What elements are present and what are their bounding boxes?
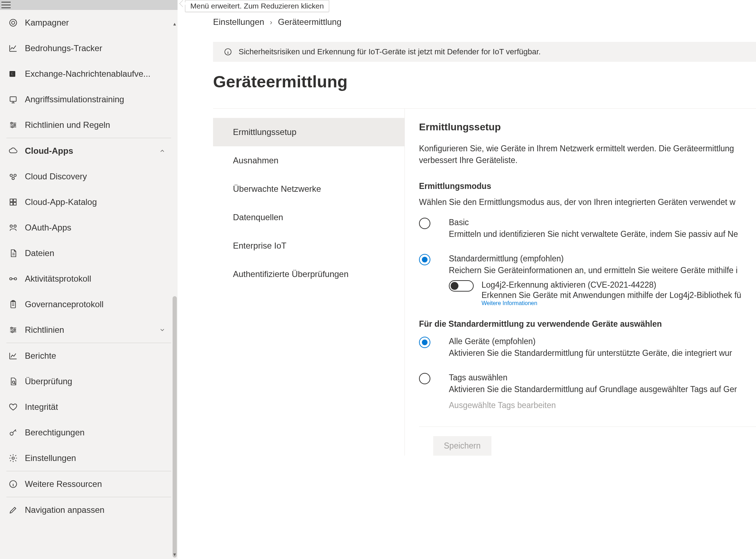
settings-panel: Ermittlungssetup Konfigurieren Sie, wie … <box>405 109 756 456</box>
sidebar-item-label: Cloud-App-Katalog <box>25 197 97 207</box>
sidebar-item-label: Berichte <box>25 351 56 361</box>
clipboard-icon <box>6 300 20 309</box>
sidebar-item-dateien[interactable]: Dateien <box>0 240 178 266</box>
sidebar-scrollbar[interactable]: ▴ ▾ <box>172 10 178 559</box>
svg-point-6 <box>14 124 15 126</box>
exchange-icon: E <box>6 69 20 78</box>
sidebar-item-label: Navigation anpassen <box>25 505 104 515</box>
radio-all-devices[interactable] <box>419 337 430 348</box>
sidebar-item-cloud-app-katalog[interactable]: Cloud-App-Katalog <box>0 189 178 215</box>
cloud-icon <box>6 146 20 156</box>
radio-basic-title: Basic <box>449 218 738 227</box>
sidebar-item-richtlinien-regeln[interactable]: Richtlinien und Regeln <box>0 112 178 138</box>
file-icon <box>6 249 20 258</box>
sidebar-item-label: Exchange-Nachrichtenablaufve... <box>25 69 151 79</box>
tab-ausnahmen[interactable]: Ausnahmen <box>213 146 404 175</box>
scroll-down-arrow-icon[interactable]: ▾ <box>172 551 178 557</box>
info-icon <box>224 48 232 56</box>
sidebar-item-integritaet[interactable]: Integrität <box>0 394 178 420</box>
info-banner-text: Sicherheitsrisiken und Erkennung für IoT… <box>239 47 541 56</box>
sidebar-item-label: Überprüfung <box>25 376 72 386</box>
sidebar-item-navigation-anpassen[interactable]: Navigation anpassen <box>0 497 178 523</box>
sliders-icon <box>6 120 20 130</box>
panel-description: Konfigurieren Sie, wie Geräte in Ihrem N… <box>419 143 756 167</box>
radio-tags-desc: Aktivieren Sie die Standardermittlung au… <box>449 385 737 394</box>
radio-standard[interactable] <box>419 254 430 265</box>
svg-rect-13 <box>10 202 13 205</box>
svg-point-22 <box>14 329 15 331</box>
sidebar-item-berechtigungen[interactable]: Berechtigungen <box>0 420 178 445</box>
svg-point-17 <box>10 278 12 280</box>
breadcrumb-settings[interactable]: Einstellungen <box>213 17 264 27</box>
link-more-info[interactable]: Weitere Informationen <box>482 300 741 306</box>
tab-auth-ueberpruefungen[interactable]: Authentifizierte Überprüfungen <box>213 260 404 288</box>
sidebar-item-weitere-ressourcen[interactable]: Weitere Ressourcen <box>0 471 178 497</box>
sidebar-item-aktivitaetslog[interactable]: Aktivitätsprotokoll <box>0 266 178 292</box>
sidebar-item-oauth-apps[interactable]: OAuth-Apps <box>0 215 178 240</box>
svg-point-9 <box>14 174 16 177</box>
svg-point-7 <box>12 126 13 127</box>
sliders-icon <box>6 325 20 335</box>
breadcrumb: Einstellungen › Geräteermittlung <box>213 17 756 27</box>
info-icon <box>6 479 20 489</box>
edit-icon <box>6 505 20 515</box>
sidebar-item-label: Richtlinien <box>25 325 64 335</box>
page-title: Geräteermittlung <box>213 72 756 91</box>
sidebar-item-angriffssimulation[interactable]: Angriffssimulationstraining <box>0 87 178 112</box>
sidebar-item-label: Weitere Ressourcen <box>25 479 102 489</box>
sidebar-item-label: Einstellungen <box>25 453 76 463</box>
heart-icon <box>6 402 20 412</box>
chevron-right-icon: › <box>270 18 272 26</box>
sidebar-group-cloud-apps[interactable]: Cloud-Apps <box>0 138 178 164</box>
sidebar-item-berichte[interactable]: Berichte <box>0 343 178 369</box>
sidebar-item-einstellungen[interactable]: Einstellungen <box>0 445 178 471</box>
chevron-down-icon <box>159 327 165 333</box>
svg-point-25 <box>10 432 13 435</box>
toggle-log4j-desc: Erkennen Sie Geräte mit Anwendungen mith… <box>482 291 741 300</box>
sidebar-item-governance[interactable]: Governanceprotokoll <box>0 292 178 317</box>
svg-rect-14 <box>13 202 16 205</box>
sidebar-item-exchange-flow[interactable]: E Exchange-Nachrichtenablaufve... <box>0 61 178 87</box>
sidebar-item-cloud-discovery[interactable]: Cloud Discovery <box>0 164 178 189</box>
svg-point-8 <box>10 174 12 177</box>
grid-icon <box>6 197 20 207</box>
sidebar-item-label: Governanceprotokoll <box>25 299 103 309</box>
radio-all-desc: Aktivieren Sie die Standardermittlung fü… <box>449 348 732 358</box>
save-button[interactable]: Speichern <box>433 436 491 456</box>
tab-ermittlungssetup[interactable]: Ermittlungssetup <box>213 118 404 146</box>
key-icon <box>6 428 20 437</box>
radio-all-title: Alle Geräte (empfohlen) <box>449 337 732 346</box>
svg-rect-11 <box>10 199 13 202</box>
svg-point-21 <box>11 327 12 329</box>
main-content: Einstellungen › Geräteermittlung Sicherh… <box>178 0 756 559</box>
svg-point-16 <box>14 225 16 227</box>
svg-rect-4 <box>10 97 16 101</box>
sidebar-item-policies[interactable]: Richtlinien <box>0 317 178 343</box>
scroll-up-arrow-icon[interactable]: ▴ <box>172 21 178 26</box>
tab-datenquellen[interactable]: Datenquellen <box>213 203 404 232</box>
sidebar-item-label: Kampagner <box>25 18 69 28</box>
toggle-log4j-title: Log4j2-Erkennung aktivieren (CVE-2021-44… <box>482 280 741 290</box>
sidebar-item-bedrohungs-tracker[interactable]: Bedrohungs-Tracker <box>0 36 178 61</box>
gear-icon <box>6 454 20 463</box>
tab-enterprise-iot[interactable]: Enterprise IoT <box>213 232 404 260</box>
sidebar-item-kampagner[interactable]: Kampagner <box>0 10 178 36</box>
svg-point-0 <box>10 19 17 26</box>
svg-point-5 <box>11 122 12 124</box>
radio-standard-desc: Reichern Sie Geräteinformationen an, und… <box>449 266 738 275</box>
scrollbar-thumb[interactable] <box>173 296 177 558</box>
radio-select-tags[interactable] <box>419 373 430 384</box>
sidebar-item-label: Integrität <box>25 402 58 412</box>
sidebar-item-label: Angriffssimulationstraining <box>25 94 124 104</box>
hamburger-menu-button[interactable] <box>0 0 12 10</box>
info-banner: Sicherheitsrisiken und Erkennung für IoT… <box>213 42 756 62</box>
discovery-icon <box>6 172 20 181</box>
toggle-log4j[interactable] <box>449 280 474 292</box>
radio-basic[interactable] <box>419 218 430 229</box>
svg-point-1 <box>12 21 15 25</box>
sidebar-item-ueberpruefung[interactable]: Überprüfung <box>0 369 178 394</box>
sidebar-item-label: Aktivitätsprotokoll <box>25 274 91 284</box>
svg-point-18 <box>14 278 17 280</box>
edit-selected-tags-link[interactable]: Ausgewählte Tags bearbeiten <box>449 401 756 410</box>
tab-ueberwachte-netzwerke[interactable]: Überwachte Netzwerke <box>213 175 404 203</box>
